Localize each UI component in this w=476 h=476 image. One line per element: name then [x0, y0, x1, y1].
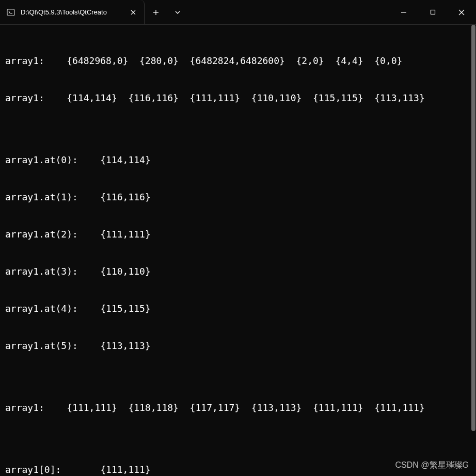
- tab-dropdown-button[interactable]: [167, 0, 188, 24]
- output-line: array1.at(4): {115,115}: [5, 303, 471, 315]
- terminal-icon: [6, 8, 15, 17]
- scrollbar[interactable]: [471, 25, 476, 476]
- output-line: array1: {111,111} {118,118} {117,117} {1…: [5, 402, 471, 414]
- window-controls: [389, 0, 476, 24]
- output-line: array1.at(3): {110,110}: [5, 265, 471, 278]
- scrollbar-thumb[interactable]: [471, 25, 475, 431]
- close-button[interactable]: [447, 0, 476, 24]
- output-line: array1.at(1): {116,116}: [5, 191, 471, 203]
- svg-rect-0: [7, 9, 14, 15]
- terminal-output[interactable]: array1: {6482968,0} {280,0} {6482824,648…: [0, 25, 476, 476]
- titlebar: D:\Qt\Qt5.9.3\Tools\QtCreato: [0, 0, 476, 25]
- watermark: CSDN @繁星璀璨G: [395, 460, 469, 471]
- output-line: array1.at(5): {113,113}: [5, 340, 471, 352]
- new-tab-button[interactable]: [145, 0, 167, 24]
- maximize-button[interactable]: [418, 0, 447, 24]
- svg-rect-7: [431, 10, 435, 14]
- output-line: array1: {114,114} {116,116} {111,111} {1…: [5, 92, 471, 104]
- minimize-button[interactable]: [389, 0, 418, 24]
- output-line: array1.at(0): {114,114}: [5, 154, 471, 166]
- tab-title: D:\Qt\Qt5.9.3\Tools\QtCreato: [21, 8, 124, 16]
- tab-close-button[interactable]: [129, 8, 137, 17]
- active-tab[interactable]: D:\Qt\Qt5.9.3\Tools\QtCreato: [0, 0, 145, 24]
- output-line: array1.at(2): {111,111}: [5, 228, 471, 241]
- output-line: array1: {6482968,0} {280,0} {6482824,648…: [5, 55, 471, 67]
